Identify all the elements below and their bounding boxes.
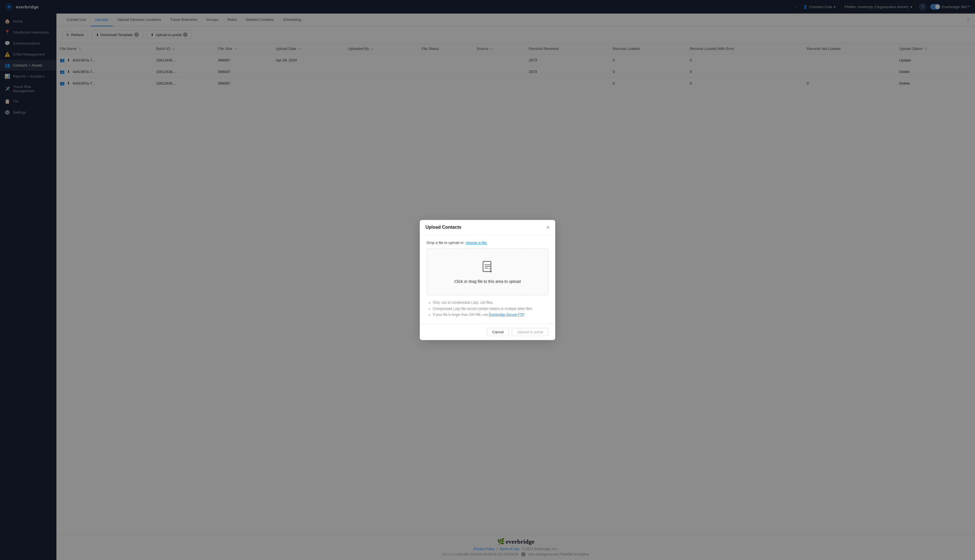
upload-rule-2: Compressed (.zip) file cannot contain fo… [433, 306, 548, 312]
modal-body: Drop a file to upload or choose a file. … [420, 235, 555, 324]
modal-header: Upload Contacts × [420, 220, 555, 235]
modal-close-button[interactable]: × [546, 225, 549, 230]
cancel-button[interactable]: Cancel [487, 328, 509, 336]
upload-area-text: Click or drag file to this area to uploa… [454, 279, 521, 284]
upload-rule-3: If your file is larger than 100 MB, use … [433, 312, 548, 318]
modal-overlay[interactable]: Upload Contacts × Drop a file to upload … [0, 0, 975, 560]
upload-rules-list: Only .csv or compressed (.zip) .csv file… [427, 300, 548, 318]
choose-file-link[interactable]: choose a file. [466, 240, 488, 245]
drop-hint: Drop a file to upload or choose a file. [427, 240, 548, 245]
upload-to-portal-button[interactable]: Upload to portal [512, 328, 548, 336]
upload-drop-area[interactable]: Click or drag file to this area to uploa… [427, 248, 548, 295]
upload-contacts-modal: Upload Contacts × Drop a file to upload … [420, 220, 555, 340]
upload-file-icon [481, 260, 494, 276]
upload-rule-1: Only .csv or compressed (.zip) .csv file… [433, 300, 548, 306]
ftp-link[interactable]: Everbridge Secure FTP [489, 313, 524, 317]
modal-footer: Cancel Upload to portal [420, 324, 555, 340]
modal-title: Upload Contacts [426, 225, 461, 230]
